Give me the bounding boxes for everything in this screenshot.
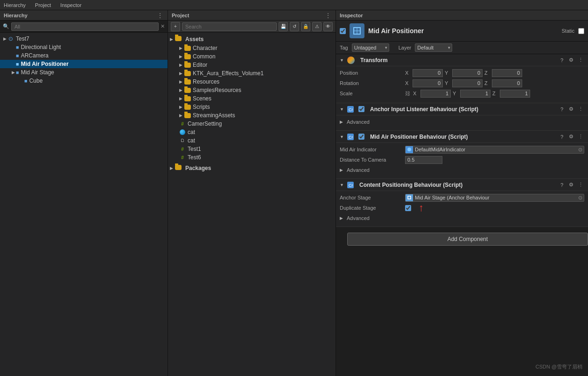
object-enabled-checkbox[interactable]	[340, 28, 346, 34]
mid-air-help-btn[interactable]: ?	[558, 133, 566, 141]
anchor-stage-select-btn[interactable]: ⊙	[576, 194, 584, 201]
content-positioning-header[interactable]: ▼ C# Content Positioning Behaviour (Scri…	[336, 179, 588, 191]
folder-common-label: Common	[193, 53, 216, 60]
mesh-icon-cat: 🗋	[179, 137, 186, 144]
transform-menu-btn[interactable]: ⋮	[577, 57, 584, 64]
folder-ktk[interactable]: ▶ KTK_Aura_Effects_Volume1	[168, 69, 336, 78]
distance-input[interactable]	[405, 156, 442, 164]
scale-z-input[interactable]	[500, 90, 530, 98]
cp-advanced-row[interactable]: ▶ Advanced	[340, 213, 584, 223]
static-checkbox[interactable]	[578, 28, 584, 34]
hierarchy-item-directional-light[interactable]: ▶ ■ Directional Light	[0, 43, 168, 51]
folder-editor[interactable]: ▶ Editor	[168, 61, 336, 69]
scale-row: Scale ⛓ X Y Z	[340, 89, 584, 98]
project-search-input[interactable]	[182, 22, 277, 31]
anchor-help-btn[interactable]: ?	[558, 106, 566, 113]
lock-btn[interactable]: 🔒	[301, 22, 310, 31]
folder-scripts[interactable]: ▶ Scripts	[168, 103, 336, 111]
cp-title: Content Positioning Behaviour (Script)	[359, 182, 555, 188]
anchor-stage-icon	[406, 194, 413, 201]
scale-y-label: Y	[453, 91, 458, 96]
cp-help-btn[interactable]: ?	[558, 181, 566, 189]
project-menu-btn[interactable]: ⋮	[324, 12, 332, 19]
anchor-enabled-checkbox[interactable]	[358, 106, 364, 112]
hierarchy-item-mid-air-stage[interactable]: ▶ ■ Mid Air Stage	[0, 68, 168, 77]
rot-x-input[interactable]	[413, 79, 443, 87]
file-test1[interactable]: # Test1	[168, 145, 336, 153]
folder-samples[interactable]: ▶ SamplesResources	[168, 86, 336, 94]
anchor-script-component: ▼ C# Anchor Input Listener Behaviour (Sc…	[336, 103, 588, 131]
folder-scenes[interactable]: ▶ Scenes	[168, 94, 336, 103]
cp-settings-btn[interactable]: ⚙	[567, 181, 575, 189]
file-camersetting[interactable]: # CamerSetting	[168, 120, 336, 128]
file-test6[interactable]: # Test6	[168, 153, 336, 162]
scale-y-input[interactable]	[460, 90, 490, 98]
add-component-button[interactable]: Add Component	[347, 233, 588, 246]
transform-header[interactable]: ▼ Transform ? ⚙ ⋮	[336, 54, 588, 66]
mid-air-indicator-icon	[406, 146, 413, 153]
static-label: Static	[561, 28, 574, 34]
mid-air-arrow: ▼	[340, 135, 344, 139]
assets-root[interactable]: ▶ Assets	[168, 35, 336, 44]
folder-arrow-scenes: ▶	[179, 96, 182, 101]
inspector-tab[interactable]: Inspector	[60, 2, 81, 8]
mid-air-settings-btn[interactable]: ⚙	[567, 133, 575, 141]
transform-title: Transform	[360, 57, 555, 64]
tag-layer-row: Tag Untagged Layer Default	[336, 42, 588, 54]
project-tab[interactable]: Project	[35, 2, 51, 8]
add-asset-btn[interactable]: +	[171, 22, 180, 31]
svg-point-5	[407, 148, 411, 151]
search-clear-icon[interactable]: ✕	[161, 23, 165, 29]
anchor-script-header[interactable]: ▼ C# Anchor Input Listener Behaviour (Sc…	[336, 103, 588, 115]
anchor-advanced-arrow: ▶	[340, 120, 343, 124]
packages-folder-icon	[175, 165, 183, 171]
pos-y-input[interactable]	[452, 69, 483, 77]
hierarchy-item-cube[interactable]: ▶ ■ Cube	[0, 77, 168, 85]
scale-x-input[interactable]	[420, 90, 451, 98]
eye-btn[interactable]: 👁	[323, 22, 333, 31]
rot-z-input[interactable]	[492, 79, 522, 87]
cp-menu-btn[interactable]: ⋮	[577, 181, 584, 189]
hierarchy-item-mid-air-positioner[interactable]: ▶ ■ Mid Air Positioner	[0, 60, 168, 68]
test7-label: Test7	[16, 35, 29, 42]
packages-root[interactable]: ▶ Packages	[168, 163, 336, 173]
mid-air-script-header[interactable]: ▼ C# Mid Air Positioner Behaviour (Scrip…	[336, 131, 588, 143]
pos-z-input[interactable]	[492, 69, 522, 77]
duplicate-stage-checkbox[interactable]	[405, 205, 411, 211]
mid-air-indicator-select-btn[interactable]: ⊙	[576, 146, 584, 153]
hash-icon-camersetting: #	[179, 121, 186, 127]
transform-help-btn[interactable]: ?	[558, 57, 566, 64]
hierarchy-search-bar: 🔍 ✕	[0, 21, 168, 33]
layer-dropdown[interactable]: Default	[415, 43, 452, 52]
mid-air-menu-btn[interactable]: ⋮	[577, 133, 584, 141]
warn-btn[interactable]: ⚠	[312, 22, 322, 31]
tag-value: Untagged	[354, 45, 377, 50]
folder-common[interactable]: ▶ Common	[168, 52, 336, 61]
mid-air-advanced-row[interactable]: ▶ Advanced	[340, 165, 584, 175]
folder-resources[interactable]: ▶ Resources	[168, 78, 336, 86]
transform-settings-btn[interactable]: ⚙	[567, 57, 575, 64]
folder-arrow-res: ▶	[179, 79, 182, 84]
folder-character[interactable]: ▶ Character	[168, 44, 336, 52]
folder-streaming[interactable]: ▶ StreamingAssets	[168, 111, 336, 120]
rot-y-input[interactable]	[452, 79, 483, 87]
file-cat-sphere[interactable]: cat	[168, 128, 336, 136]
mid-air-enabled-checkbox[interactable]	[358, 134, 364, 140]
file-cat-mesh[interactable]: 🗋 cat	[168, 136, 336, 145]
refresh-btn[interactable]: ↺	[290, 22, 299, 31]
hierarchy-item-arcamera[interactable]: ▶ ■ ARCamera	[0, 51, 168, 60]
hierarchy-header: Hierarchy ⋮	[0, 10, 168, 21]
save-btn[interactable]: 💾	[279, 22, 288, 31]
pos-x-input[interactable]	[413, 69, 443, 77]
hierarchy-menu-btn[interactable]: ⋮	[156, 12, 164, 19]
rot-y-label: Y	[445, 80, 450, 86]
hierarchy-search-input[interactable]	[11, 22, 159, 31]
hierarchy-tab[interactable]: Hierarchy	[4, 2, 26, 8]
anchor-menu-btn[interactable]: ⋮	[577, 106, 584, 113]
anchor-advanced-row[interactable]: ▶ Advanced	[340, 117, 584, 127]
anchor-settings-btn[interactable]: ⚙	[567, 106, 575, 113]
hierarchy-item-test7[interactable]: ▶ ⊙ Test7	[0, 35, 168, 43]
tag-dropdown[interactable]: Untagged	[352, 43, 389, 52]
search-icon: 🔍	[3, 23, 9, 29]
folder-streaming-label: StreamingAssets	[193, 112, 235, 119]
